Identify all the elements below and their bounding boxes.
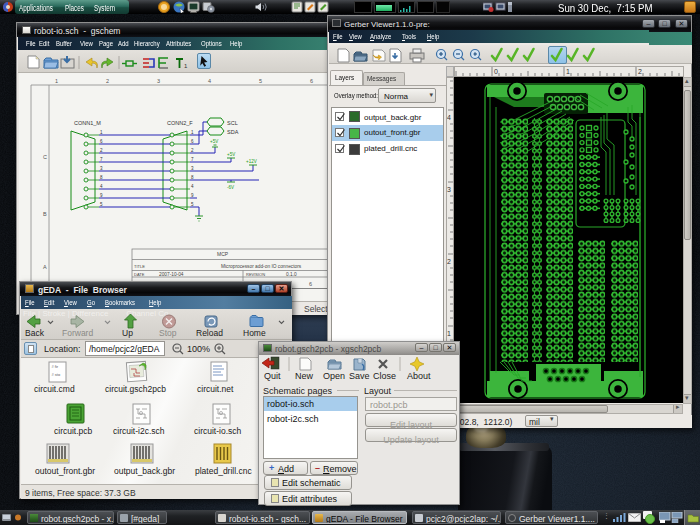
svg-text:4: 4 bbox=[100, 184, 103, 189]
svg-text:2: 2 bbox=[106, 78, 109, 84]
svg-text:6: 6 bbox=[309, 281, 312, 287]
svg-text:+5V: +5V bbox=[210, 139, 218, 144]
svg-text:MCP: MCP bbox=[217, 251, 229, 257]
svg-text:1: 1 bbox=[184, 63, 188, 69]
svg-text:# fir: # fir bbox=[52, 364, 59, 369]
svg-text:SDA: SDA bbox=[227, 129, 239, 135]
svg-text:4: 4 bbox=[447, 114, 451, 121]
svg-text:4: 4 bbox=[191, 184, 194, 189]
svg-text:CONN1_M: CONN1_M bbox=[74, 120, 101, 126]
svg-text:+12V: +12V bbox=[246, 159, 257, 164]
svg-text:2: 2 bbox=[638, 68, 642, 75]
svg-text:9: 9 bbox=[100, 193, 103, 198]
svg-text:8: 8 bbox=[191, 175, 194, 180]
svg-text:2007-10-04: 2007-10-04 bbox=[159, 272, 184, 277]
svg-text:2: 2 bbox=[447, 258, 451, 265]
svg-text:SCL: SCL bbox=[227, 120, 238, 126]
svg-text:REVISION: REVISION bbox=[246, 272, 265, 277]
svg-text:7: 7 bbox=[100, 157, 103, 162]
svg-text:3: 3 bbox=[157, 78, 160, 84]
svg-text:3: 3 bbox=[100, 166, 103, 171]
svg-text:DATE: DATE bbox=[134, 272, 145, 277]
svg-text:5: 5 bbox=[100, 202, 103, 207]
svg-text:2: 2 bbox=[191, 148, 194, 153]
svg-text:0.1.0: 0.1.0 bbox=[286, 272, 297, 277]
svg-text:2: 2 bbox=[100, 148, 103, 153]
svg-text:7: 7 bbox=[191, 157, 194, 162]
svg-text:+5V: +5V bbox=[227, 152, 235, 157]
svg-text:1: 1 bbox=[447, 330, 451, 337]
svg-text:TITLE: TITLE bbox=[134, 264, 145, 269]
svg-text:# sto: # sto bbox=[52, 372, 61, 377]
svg-text:1: 1 bbox=[55, 78, 58, 84]
svg-text:6: 6 bbox=[100, 139, 103, 144]
svg-text:-6V: -6V bbox=[227, 185, 234, 190]
svg-text:9: 9 bbox=[191, 193, 194, 198]
svg-text:4: 4 bbox=[208, 78, 211, 84]
svg-text:6: 6 bbox=[310, 78, 313, 84]
svg-text:0: 0 bbox=[494, 68, 498, 75]
svg-text:8: 8 bbox=[100, 175, 103, 180]
svg-text:B: B bbox=[43, 211, 47, 217]
svg-text:A: A bbox=[43, 264, 47, 270]
svg-text:Microprocessor add-on IO conne: Microprocessor add-on IO connectors bbox=[221, 264, 302, 269]
svg-text:1: 1 bbox=[191, 130, 194, 135]
svg-text:5: 5 bbox=[191, 202, 194, 207]
svg-text:5: 5 bbox=[259, 78, 262, 84]
svg-text:C: C bbox=[43, 154, 47, 160]
svg-text:3: 3 bbox=[191, 166, 194, 171]
svg-text:CONN2_F: CONN2_F bbox=[167, 120, 193, 126]
svg-text:6: 6 bbox=[191, 139, 194, 144]
svg-text:1: 1 bbox=[566, 68, 570, 75]
svg-text:3: 3 bbox=[447, 186, 451, 193]
svg-text:1: 1 bbox=[100, 130, 103, 135]
